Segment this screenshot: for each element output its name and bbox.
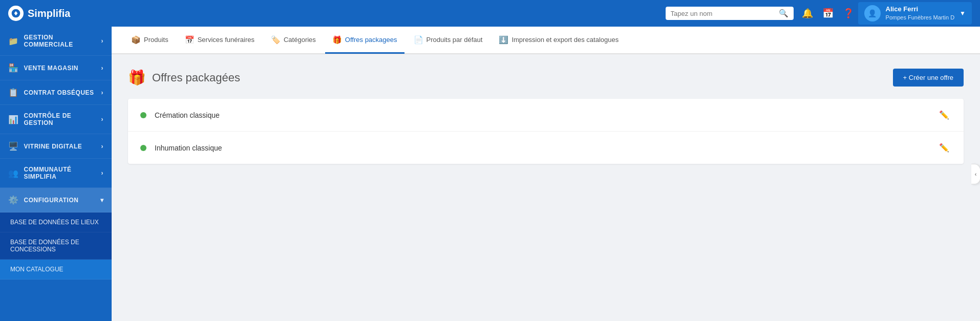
tab-produits-defaut[interactable]: 📄 Produits par défaut xyxy=(407,27,490,54)
chevron-right-icon-5: › xyxy=(101,143,104,150)
status-dot-cremation xyxy=(140,112,146,118)
status-dot-inhumation xyxy=(140,145,146,151)
tab-services-label: Services funéraires xyxy=(198,36,254,44)
sidebar: 📁 GESTION COMMERCIALE › 🏪 VENTE MAGASIN … xyxy=(0,27,112,321)
main-layout: 📁 GESTION COMMERCIALE › 🏪 VENTE MAGASIN … xyxy=(0,27,980,321)
community-icon: 👥 xyxy=(8,168,19,178)
logo-area: Simplifia xyxy=(8,6,666,21)
sidebar-item-vitrine-digitale[interactable]: 🖥️ VITRINE DIGITALE › xyxy=(0,134,112,159)
contract-icon: 📋 xyxy=(8,88,19,97)
edit-button-inhumation[interactable]: ✏️ xyxy=(937,141,951,155)
content-wrapper: 📦 Produits 📅 Services funéraires 🏷️ Caté… xyxy=(112,27,980,321)
sidebar-item-vente-magasin[interactable]: 🏪 VENTE MAGASIN › xyxy=(0,56,112,80)
sidebar-sub-label-base-concessions: BASE DE DONNÉES DE CONCESSIONS xyxy=(10,239,103,253)
chevron-right-icon-4: › xyxy=(101,116,104,123)
impression-icon: ⬇️ xyxy=(499,35,508,45)
sidebar-label-contrat-obseques: CONTRAT OBSÉQUES xyxy=(24,89,94,96)
sidebar-sub-label-base-lieux: BASE DE DONNÉES DE LIEUX xyxy=(10,219,99,226)
tab-categories-label: Catégories xyxy=(284,36,316,44)
sidebar-label-configuration: CONFIGURATION xyxy=(24,197,79,204)
sidebar-label-vente-magasin: VENTE MAGASIN xyxy=(24,65,79,72)
chevron-right-icon-3: › xyxy=(101,89,104,96)
sidebar-item-controle-gestion[interactable]: 📊 CONTRÔLE DE GESTION › xyxy=(0,105,112,134)
sidebar-sub-label-mon-catalogue: MON CATALOGUE xyxy=(10,266,63,273)
sidebar-label-gestion-commerciale: GESTION COMMERCIALE xyxy=(24,34,96,48)
sidebar-collapse-button[interactable]: ‹ xyxy=(971,164,980,184)
tab-produits-label: Produits xyxy=(144,36,168,44)
sidebar-label-communaute-simplifia: COMMUNAUTÉ SIMPLIFIA xyxy=(24,166,96,180)
sidebar-sub-item-base-concessions[interactable]: BASE DE DONNÉES DE CONCESSIONS xyxy=(0,232,112,260)
notifications-button[interactable]: 🔔 xyxy=(802,8,813,19)
chevron-right-icon: › xyxy=(101,37,104,45)
digital-icon: 🖥️ xyxy=(8,141,19,151)
tab-impression-label: Impression et export des catalogues xyxy=(512,36,619,44)
categories-icon: 🏷️ xyxy=(271,35,281,45)
produits-icon: 📦 xyxy=(131,35,141,45)
logo-icon xyxy=(8,6,24,21)
page-title-icon: 🎁 xyxy=(128,69,146,86)
tab-services-funeraires[interactable]: 📅 Services funéraires xyxy=(178,27,262,54)
search-input[interactable] xyxy=(671,10,776,17)
sidebar-sub-item-mon-catalogue[interactable]: MON CATALOGUE xyxy=(0,260,112,280)
tab-offres-label: Offres packagees xyxy=(345,36,397,44)
help-button[interactable]: ❓ xyxy=(843,8,854,19)
chevron-left-icon: ‹ xyxy=(975,171,977,177)
folder-icon: 📁 xyxy=(8,36,19,46)
offer-item-inhumation: Inhumation classique ✏️ xyxy=(128,132,964,164)
offer-item-cremation: Crémation classique ✏️ xyxy=(128,99,964,132)
offer-name-cremation: Crémation classique xyxy=(155,111,929,119)
user-info: Alice Ferri Pompes Funèbres Martin D xyxy=(886,5,955,21)
tab-impression-export[interactable]: ⬇️ Impression et export des catalogues xyxy=(492,27,626,54)
control-icon: 📊 xyxy=(8,115,19,124)
edit-button-cremation[interactable]: ✏️ xyxy=(937,108,951,122)
search-icon: 🔍 xyxy=(779,9,789,18)
tab-offres-packagees[interactable]: 🎁 Offres packagees xyxy=(325,27,404,54)
user-area[interactable]: 👤 Alice Ferri Pompes Funèbres Martin D ▼ xyxy=(858,2,972,25)
sidebar-item-configuration[interactable]: ⚙️ CONFIGURATION ▾ xyxy=(0,188,112,212)
tab-produits-defaut-label: Produits par défaut xyxy=(427,36,483,44)
gear-icon: ⚙️ xyxy=(8,195,19,205)
chevron-down-icon-sidebar: ▾ xyxy=(100,197,104,204)
tab-produits[interactable]: 📦 Produits xyxy=(124,27,176,54)
page-header: 🎁 Offres packagées + Créer une offre xyxy=(128,69,964,87)
chevron-right-icon-2: › xyxy=(101,65,104,72)
help-icon: ❓ xyxy=(843,8,854,19)
app-name: Simplifia xyxy=(28,8,70,19)
sidebar-sub-item-base-lieux[interactable]: BASE DE DONNÉES DE LIEUX xyxy=(0,212,112,232)
user-name: Alice Ferri xyxy=(886,5,955,14)
chevron-right-icon-6: › xyxy=(101,169,104,177)
search-area[interactable]: 🔍 xyxy=(666,7,794,20)
calendar-icon: 📅 xyxy=(822,8,834,19)
page-content: 🎁 Offres packagées + Créer une offre Cré… xyxy=(112,54,980,321)
top-navigation: Simplifia 🔍 🔔 📅 ❓ 👤 Alice Ferri Pompes F… xyxy=(0,0,980,27)
store-icon: 🏪 xyxy=(8,63,19,73)
tab-categories[interactable]: 🏷️ Catégories xyxy=(264,27,323,54)
user-icon: 👤 xyxy=(868,9,877,17)
tab-bar: 📦 Produits 📅 Services funéraires 🏷️ Caté… xyxy=(112,27,980,54)
sidebar-item-communaute-simplifia[interactable]: 👥 COMMUNAUTÉ SIMPLIFIA › xyxy=(0,159,112,188)
sidebar-label-vitrine-digitale: VITRINE DIGITALE xyxy=(24,143,82,150)
page-title: Offres packagées xyxy=(152,71,240,84)
offer-name-inhumation: Inhumation classique xyxy=(155,144,929,152)
sidebar-item-gestion-commerciale[interactable]: 📁 GESTION COMMERCIALE › xyxy=(0,27,112,56)
user-company: Pompes Funèbres Martin D xyxy=(886,14,955,21)
content-area: 📦 Produits 📅 Services funéraires 🏷️ Caté… xyxy=(112,27,980,321)
sidebar-item-contrat-obseques[interactable]: 📋 CONTRAT OBSÉQUES › xyxy=(0,80,112,105)
produits-defaut-icon: 📄 xyxy=(414,35,423,45)
offres-icon: 🎁 xyxy=(332,35,342,45)
calendar-button[interactable]: 📅 xyxy=(822,8,834,19)
bell-icon: 🔔 xyxy=(802,8,813,19)
chevron-down-icon: ▼ xyxy=(960,10,966,17)
page-title-area: 🎁 Offres packagées xyxy=(128,69,240,86)
nav-icons: 🔔 📅 ❓ xyxy=(802,8,854,19)
offer-list: Crémation classique ✏️ Inhumation classi… xyxy=(128,99,964,164)
create-offer-button[interactable]: + Créer une offre xyxy=(893,69,964,87)
sidebar-label-controle-gestion: CONTRÔLE DE GESTION xyxy=(24,112,96,126)
avatar: 👤 xyxy=(864,5,881,22)
services-icon: 📅 xyxy=(185,35,195,45)
